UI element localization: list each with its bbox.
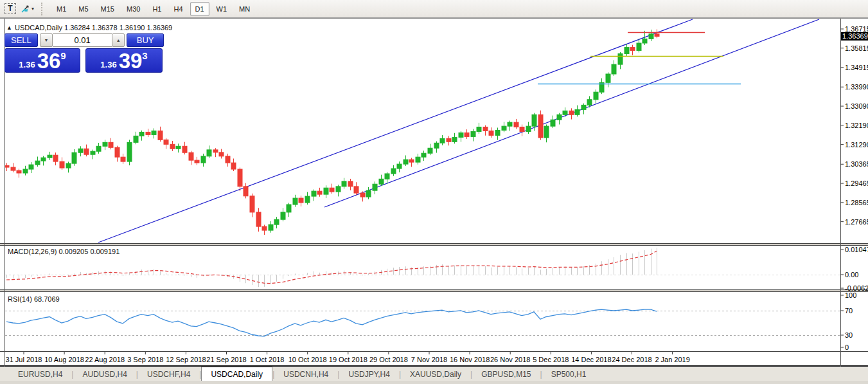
timeframe-button-D1[interactable]: D1: [190, 2, 209, 16]
sell-price-prefix: 1.36: [19, 60, 35, 69]
timeframe-button-M30[interactable]: M30: [121, 2, 145, 16]
bottom-status-strip: [0, 381, 868, 384]
text-tool-button[interactable]: T: [3, 1, 18, 17]
chart-tab-EURUSD-H4[interactable]: EURUSD,H4: [9, 368, 71, 381]
svg-text:1.36715: 1.36715: [845, 25, 868, 33]
svg-text:10 Oct 2018: 10 Oct 2018: [288, 356, 327, 363]
timeframe-button-MN[interactable]: MN: [234, 2, 255, 16]
svg-text:10 Aug 2018: 10 Aug 2018: [44, 356, 84, 363]
timeframe-button-H4[interactable]: H4: [168, 2, 188, 16]
svg-text:26 Nov 2018: 26 Nov 2018: [490, 356, 530, 363]
svg-text:1 Oct 2018: 1 Oct 2018: [250, 356, 285, 363]
arrows-tool-button[interactable]: ▾: [19, 1, 35, 17]
buy-price-prefix: 1.36: [100, 60, 116, 69]
one-click-trading-panel: SELL ▼ ▲ BUY 1.36 36 9 1.36 39 3: [4, 33, 164, 73]
arrows-icon: [20, 4, 30, 14]
buy-price-pips: 39: [119, 50, 143, 71]
chart-tab-AUDUSD-H4[interactable]: AUDUSD,H4: [73, 368, 136, 381]
svg-text:1.33990: 1.33990: [845, 83, 868, 91]
svg-text:12 Sep 2018: 12 Sep 2018: [166, 356, 206, 363]
ohlc-header: USDCAD,Daily 1.36284 1.36378 1.36190 1.3…: [15, 24, 172, 32]
spin-up-icon: ▲: [116, 38, 121, 42]
svg-text:5 Dec 2018: 5 Dec 2018: [533, 356, 569, 363]
svg-text:1.34915: 1.34915: [845, 64, 868, 71]
volume-increase-button[interactable]: ▲: [112, 33, 125, 47]
timeframe-button-M1[interactable]: M1: [51, 2, 71, 16]
svg-text:1.31290: 1.31290: [845, 141, 868, 149]
sell-price-point: 9: [60, 50, 66, 61]
chart-tab-GBPUSD-M15[interactable]: GBPUSD,M15: [472, 368, 540, 381]
svg-text:0.010474: 0.010474: [845, 246, 868, 253]
svg-text:1.33090: 1.33090: [845, 102, 868, 110]
timeframe-button-H1[interactable]: H1: [147, 2, 166, 16]
buy-price-point: 3: [142, 50, 147, 61]
rsi-label: RSI(14) 68.7069: [8, 295, 60, 303]
sell-button[interactable]: SELL: [4, 33, 38, 47]
svg-text:14 Dec 2018: 14 Dec 2018: [571, 356, 611, 363]
svg-text:22 Aug 2018: 22 Aug 2018: [85, 356, 125, 363]
svg-text:29 Oct 2018: 29 Oct 2018: [369, 356, 408, 363]
svg-text:1.32190: 1.32190: [845, 122, 868, 129]
chart-tab-SP500-H1[interactable]: SP500,H1: [542, 368, 596, 381]
timeframe-button-W1[interactable]: W1: [211, 2, 233, 16]
svg-text:24 Dec 2018: 24 Dec 2018: [612, 356, 651, 363]
chart-tab-USDCNH-H4[interactable]: USDCNH,H4: [274, 368, 337, 381]
svg-text:1.28565: 1.28565: [845, 199, 868, 206]
svg-text:1.35815: 1.35815: [845, 44, 868, 52]
volume-decrease-button[interactable]: ▼: [40, 33, 53, 47]
buy-button[interactable]: BUY: [127, 33, 164, 47]
svg-text:31 Jul 2018: 31 Jul 2018: [6, 356, 42, 363]
macd-label: MACD(12,26,9) 0.009205 0.009191: [8, 248, 120, 255]
svg-text:70: 70: [845, 307, 853, 315]
chevron-down-icon: ▾: [31, 6, 34, 12]
timeframe-button-M15[interactable]: M15: [96, 2, 120, 16]
trading-platform-window: { "toolbar": { "text_tool_glyph": "T", "…: [0, 0, 868, 384]
svg-text:19 Oct 2018: 19 Oct 2018: [329, 356, 368, 363]
chart-tab-XAUUSD-Daily[interactable]: XAUUSD,Daily: [401, 368, 470, 381]
symbol-collapse-icon[interactable]: ▲: [6, 24, 12, 31]
timeframe-button-group: M1M5M15M30H1H4D1W1MN: [51, 2, 255, 16]
svg-text:0.00: 0.00: [845, 271, 858, 279]
text-tool-icon: T: [4, 3, 15, 14]
chart-tab-bar: EURUSD,H4|AUDUSD,H4|USDCHF,H4|USDCAD,Dai…: [0, 367, 868, 381]
svg-text:7 Nov 2018: 7 Nov 2018: [411, 356, 447, 363]
svg-text:21 Sep 2018: 21 Sep 2018: [206, 356, 246, 363]
sell-price-pips: 36: [37, 50, 61, 71]
chart-tab-USDCAD-Daily[interactable]: USDCAD,Daily: [201, 367, 272, 381]
svg-text:1.30365: 1.30365: [845, 160, 868, 168]
spin-down-icon: ▼: [44, 38, 49, 42]
sell-price-display[interactable]: 1.36 36 9: [4, 48, 80, 73]
volume-input[interactable]: [53, 33, 112, 47]
top-toolbar: T ▾ M1M5M15M30H1H4D1W1MN: [0, 0, 868, 18]
svg-text:1.29465: 1.29465: [845, 179, 868, 187]
svg-text:1.36369: 1.36369: [842, 32, 868, 40]
svg-text:16 Nov 2018: 16 Nov 2018: [450, 356, 490, 363]
svg-text:30: 30: [845, 331, 853, 339]
svg-text:2 Jan 2019: 2 Jan 2019: [655, 356, 689, 363]
svg-text:3 Sep 2018: 3 Sep 2018: [127, 356, 163, 363]
timeframe-button-M5[interactable]: M5: [73, 2, 93, 16]
svg-text:0: 0: [845, 343, 849, 351]
buy-price-display[interactable]: 1.36 39 3: [85, 48, 163, 73]
chart-tab-USDJPY-H4[interactable]: USDJPY,H4: [339, 368, 398, 381]
svg-text:100: 100: [845, 291, 856, 299]
chart-tab-USDCHF-H4[interactable]: USDCHF,H4: [138, 368, 199, 381]
toolbar-separator: [41, 3, 46, 15]
svg-text:1.27665: 1.27665: [845, 218, 868, 226]
